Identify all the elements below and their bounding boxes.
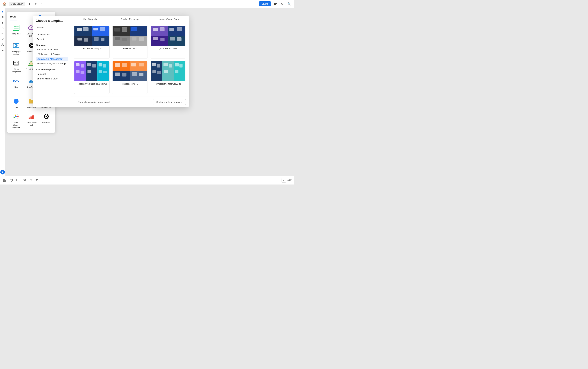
settings-icon[interactable]: ⚙ — [279, 1, 285, 7]
svg-rect-46 — [46, 114, 47, 115]
template-features-audit[interactable]: Features Audit — [112, 26, 148, 59]
web-capture-icon — [12, 42, 20, 49]
nav-innovation[interactable]: Innovation & Ideation — [36, 47, 68, 52]
svg-rect-67 — [115, 37, 120, 40]
tool-box[interactable]: box Box — [10, 76, 23, 94]
use-case-section-title: Use case — [36, 44, 68, 46]
undo-button[interactable]: ↩ — [33, 1, 38, 7]
tool-web-capture[interactable]: Web page capture — [10, 41, 23, 56]
svg-rect-129 — [17, 179, 19, 181]
svg-rect-106 — [122, 73, 126, 76]
svg-rect-52 — [83, 27, 88, 31]
template-cost-benefit[interactable]: Cost-Benefit Analysis — [74, 26, 110, 59]
nav-personal[interactable]: Personal — [36, 72, 68, 76]
svg-point-45 — [46, 116, 47, 117]
template-quick-retro[interactable]: Quick Retrospective — [150, 26, 186, 59]
comment-tool[interactable]: 💬 — [0, 42, 5, 47]
screen-icon[interactable] — [9, 178, 14, 183]
unsplash-label: Unsplash — [42, 121, 50, 124]
share-button[interactable]: Share — [259, 1, 271, 6]
export-button[interactable]: ⬆ — [27, 1, 32, 7]
svg-rect-41 — [32, 115, 34, 119]
templates-label: Templates — [12, 32, 21, 35]
modal-content: User Story Map Product Roadmap Kanban/Sc… — [71, 16, 189, 107]
template-retro-ssc[interactable]: Retrospective Start/Stop/Continue — [74, 61, 110, 94]
svg-rect-57 — [94, 37, 99, 41]
shape-tool[interactable]: ◻ — [0, 26, 5, 31]
svg-rect-120 — [164, 70, 168, 73]
svg-rect-69 — [132, 37, 136, 41]
modal-footer: Show when creating a new board Continue … — [71, 97, 189, 107]
svg-rect-51 — [77, 28, 82, 31]
svg-rect-90 — [99, 63, 102, 66]
box-label: Box — [15, 86, 18, 88]
sticky-tool[interactable]: ⊞ — [0, 48, 5, 53]
frames-tool[interactable]: ⊞ — [0, 15, 5, 19]
nav-all-templates[interactable]: All templates — [36, 32, 68, 37]
tool-chrome-ext[interactable]: From Chrome Extension — [10, 112, 23, 130]
text-tool[interactable]: T — [0, 20, 5, 25]
tab-kanban[interactable]: Kanban/Scrum Board — [149, 16, 189, 23]
show-checkbox-row: Show when creating a new board — [74, 101, 110, 103]
svg-rect-116 — [175, 63, 179, 66]
svg-rect-126 — [10, 179, 12, 181]
add-tool-button[interactable]: + — [0, 170, 5, 174]
tables-charts-icon — [27, 113, 35, 120]
svg-rect-40 — [31, 116, 32, 119]
template-name-retro-msg: Retrospective Mad/Sad/Glad — [150, 81, 186, 87]
svg-rect-112 — [152, 63, 156, 66]
template-modal: Choose a template All templates Recent U… — [33, 16, 189, 107]
svg-rect-87 — [81, 64, 84, 68]
tool-tables-charts[interactable]: Tables charts and — [25, 112, 38, 130]
grad-icon[interactable]: 🎓 — [273, 1, 278, 7]
template-thumb-retro-msg — [150, 61, 186, 81]
nav-lean[interactable]: Lean & Agile Management — [36, 57, 68, 61]
nav-ux[interactable]: UX Research & Design — [36, 52, 68, 56]
share-screen-icon[interactable] — [22, 178, 27, 183]
search-icon[interactable]: 🔍 — [286, 1, 292, 7]
svg-rect-101 — [115, 63, 120, 67]
redo-button[interactable]: ↪ — [40, 1, 45, 7]
template-name-cost-benefit: Cost-Benefit Analysis — [74, 46, 109, 51]
nav-recent[interactable]: Recent — [36, 37, 68, 41]
svg-rect-2 — [16, 26, 19, 27]
svg-rect-108 — [139, 73, 143, 76]
svg-rect-102 — [122, 63, 127, 67]
pen-tool[interactable]: ✏ — [0, 31, 5, 36]
tables-charts-label: Tables charts and — [25, 121, 37, 126]
custom-templates-section-title: Custom templates — [36, 68, 68, 71]
template-retro-msg[interactable]: Retrospective Mad/Sad/Glad — [150, 61, 186, 94]
tab-product-roadmap[interactable]: Product Roadmap — [110, 16, 150, 23]
present-icon[interactable] — [28, 178, 34, 183]
home-button[interactable]: 🏠 — [2, 1, 7, 7]
svg-rect-125 — [5, 181, 6, 182]
tool-templates[interactable]: Templates — [10, 23, 23, 39]
svg-point-8 — [13, 43, 14, 44]
template-thumb-retro-4l — [112, 61, 148, 81]
show-new-board-checkbox[interactable] — [74, 101, 76, 103]
svg-rect-58 — [101, 38, 104, 41]
svg-rect-18 — [14, 64, 18, 65]
nav-business[interactable]: Business Analysis & Strategy — [36, 62, 68, 66]
tab-user-story[interactable]: User Story Map — [71, 16, 110, 23]
svg-rect-64 — [122, 27, 127, 32]
collapse-button[interactable]: « — [281, 178, 286, 183]
draw-tool[interactable]: 🖊 — [0, 37, 5, 41]
svg-rect-82 — [177, 37, 182, 41]
frame-tool-bottom[interactable] — [2, 178, 7, 183]
chat-icon[interactable] — [15, 178, 21, 183]
continue-without-template-button[interactable]: Continue without template — [153, 99, 186, 105]
template-retro-4l[interactable]: Retrospective 4L — [112, 61, 148, 94]
tool-sticky[interactable]: Sticky recognition — [10, 58, 23, 74]
tool-jira[interactable]: J JIRA — [10, 96, 23, 110]
document-title[interactable]: Daily Scrum — [9, 2, 25, 6]
nav-shared[interactable]: Shared with the team — [36, 76, 68, 81]
jira-label: JIRA — [14, 106, 18, 109]
svg-rect-53 — [93, 28, 98, 31]
svg-rect-104 — [139, 63, 144, 66]
video-icon[interactable] — [35, 178, 40, 183]
jira-icon: J — [12, 97, 20, 105]
cursor-tool[interactable]: ▲ — [0, 9, 5, 14]
template-search[interactable] — [36, 25, 68, 30]
tool-unsplash[interactable]: Unsplash — [40, 112, 53, 130]
